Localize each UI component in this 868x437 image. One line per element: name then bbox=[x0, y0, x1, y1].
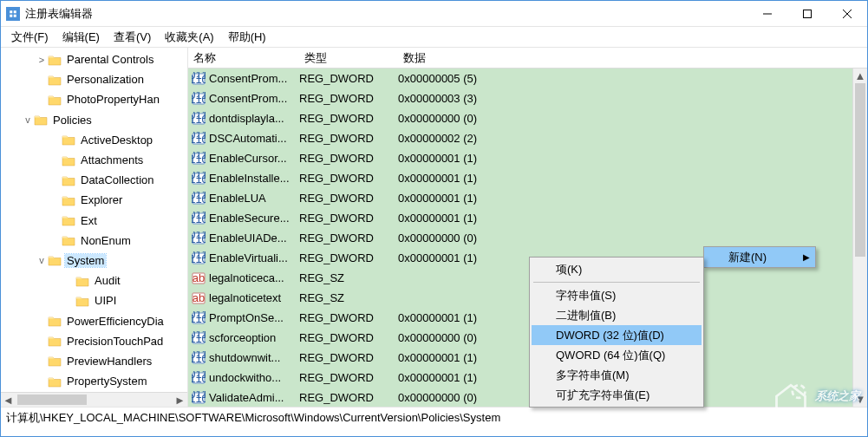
menu-view[interactable]: 查看(V) bbox=[107, 28, 158, 47]
tree-item[interactable]: Attachments bbox=[1, 150, 187, 170]
tree-item[interactable]: UIPI bbox=[1, 290, 187, 310]
tree-item[interactable]: PhotoPropertyHan bbox=[1, 89, 187, 109]
binary-value-icon: 011110 bbox=[190, 371, 207, 385]
folder-icon bbox=[62, 234, 75, 246]
list-body[interactable]: 011110ConsentProm...REG_DWORD0x00000005 … bbox=[188, 68, 867, 407]
value-type: REG_DWORD bbox=[299, 72, 398, 85]
scroll-up-icon[interactable]: ▲ bbox=[853, 68, 867, 83]
menu-favorites[interactable]: 收藏夹(A) bbox=[158, 28, 220, 47]
tree-item[interactable]: NonEnum bbox=[1, 231, 187, 251]
value-type: REG_SZ bbox=[299, 271, 398, 284]
scroll-right-icon[interactable]: ► bbox=[173, 393, 187, 407]
value-data: 0x00000000 (0) bbox=[398, 232, 867, 245]
folder-icon bbox=[62, 214, 75, 226]
value-row[interactable]: 011110EnableCursor...REG_DWORD0x00000001… bbox=[188, 148, 867, 168]
tree-label: PreviewHandlers bbox=[67, 355, 152, 368]
value-row[interactable]: ablegalnoticetextREG_SZ bbox=[188, 288, 867, 308]
svg-text:110: 110 bbox=[192, 93, 206, 106]
value-row[interactable]: 011110ValidateAdmi...REG_DWORD0x00000000… bbox=[188, 388, 867, 407]
tree-item[interactable]: DataCollection bbox=[1, 170, 187, 190]
minimize-button[interactable] bbox=[747, 1, 787, 27]
scroll-thumb[interactable] bbox=[17, 395, 87, 405]
value-row[interactable]: 011110undockwitho...REG_DWORD0x00000001 … bbox=[188, 368, 867, 388]
expand-icon[interactable]: v bbox=[36, 255, 48, 265]
tree-item[interactable]: Ext bbox=[1, 211, 187, 231]
folder-icon bbox=[48, 355, 62, 367]
context-item-label: DWORD (32 位)值(D) bbox=[556, 328, 664, 343]
binary-value-icon: 011110 bbox=[190, 251, 207, 265]
watermark-icon bbox=[772, 377, 810, 415]
col-header-name[interactable]: 名称 bbox=[188, 48, 299, 68]
context-item[interactable]: 字符串值(S) bbox=[532, 285, 702, 305]
context-item[interactable]: 可扩充字符串值(E) bbox=[532, 385, 702, 405]
value-row[interactable]: 011110DSCAutomati...REG_DWORD0x00000002 … bbox=[188, 128, 867, 148]
context-item[interactable]: 二进制值(B) bbox=[532, 305, 702, 325]
value-type: REG_DWORD bbox=[299, 172, 398, 185]
binary-value-icon: 011110 bbox=[190, 311, 207, 325]
tree-label: Personalization bbox=[67, 73, 144, 86]
value-row[interactable]: 011110EnableInstalle...REG_DWORD0x000000… bbox=[188, 168, 867, 188]
tree-item[interactable]: PreviewHandlers bbox=[1, 351, 187, 371]
value-row[interactable]: 011110EnableSecure...REG_DWORD0x00000001… bbox=[188, 208, 867, 228]
tree-label: Explorer bbox=[81, 193, 122, 206]
folder-icon bbox=[62, 134, 75, 146]
value-type: REG_DWORD bbox=[299, 212, 398, 225]
scroll-left-icon[interactable]: ◄ bbox=[1, 393, 16, 407]
maximize-button[interactable] bbox=[787, 1, 827, 27]
app-icon bbox=[6, 7, 20, 21]
scroll-track[interactable] bbox=[16, 393, 173, 407]
tree-item[interactable]: Explorer bbox=[1, 190, 187, 210]
context-item[interactable]: 项(K) bbox=[532, 259, 702, 279]
value-name: ConsentProm... bbox=[209, 72, 299, 85]
context-item-new[interactable]: 新建(N) ▶ bbox=[704, 247, 815, 267]
list-v-scrollbar[interactable]: ▲ ▼ bbox=[852, 68, 867, 407]
value-name: PromptOnSe... bbox=[209, 311, 299, 324]
context-item-label: 二进制值(B) bbox=[556, 308, 616, 323]
value-row[interactable]: 011110ConsentProm...REG_DWORD0x00000005 … bbox=[188, 68, 867, 88]
v-scroll-track[interactable] bbox=[853, 83, 867, 392]
value-row[interactable]: ablegalnoticeca...REG_SZ bbox=[188, 268, 867, 288]
tree-item[interactable]: >Parental Controls bbox=[1, 49, 187, 69]
value-name: legalnoticetext bbox=[209, 291, 299, 304]
col-header-data[interactable]: 数据 bbox=[398, 48, 867, 68]
svg-text:110: 110 bbox=[192, 113, 206, 126]
value-type: REG_DWORD bbox=[299, 311, 398, 324]
menu-edit[interactable]: 编辑(E) bbox=[55, 28, 107, 47]
binary-value-icon: 011110 bbox=[190, 112, 207, 126]
folder-icon bbox=[48, 254, 62, 266]
tree-item[interactable]: vSystem bbox=[1, 251, 187, 271]
tree-item[interactable]: PowerEfficiencyDia bbox=[1, 310, 187, 330]
value-name: ConsentProm... bbox=[209, 92, 299, 105]
tree-label: Parental Controls bbox=[67, 53, 153, 66]
tree-item[interactable]: PropertySystem bbox=[1, 371, 187, 391]
value-row[interactable]: 011110scforceoptionREG_DWORD0x00000000 (… bbox=[188, 328, 867, 348]
tree-item[interactable]: Audit bbox=[1, 271, 187, 290]
tree-list[interactable]: >Parental ControlsPersonalizationPhotoPr… bbox=[1, 48, 187, 391]
v-scroll-thumb[interactable] bbox=[855, 83, 865, 257]
expand-icon[interactable]: > bbox=[36, 55, 48, 65]
tree-h-scrollbar[interactable]: ◄ ► bbox=[1, 392, 187, 407]
value-row[interactable]: 011110dontdisplayla...REG_DWORD0x0000000… bbox=[188, 108, 867, 128]
svg-rect-2 bbox=[14, 10, 16, 13]
value-row[interactable]: 011110EnableLUAREG_DWORD0x00000001 (1) bbox=[188, 188, 867, 208]
menu-separator bbox=[533, 282, 700, 283]
tree-item[interactable]: vPolicies bbox=[1, 110, 187, 130]
tree-item[interactable]: ActiveDesktop bbox=[1, 130, 187, 150]
context-item[interactable]: 多字符串值(M) bbox=[532, 365, 702, 385]
context-item[interactable]: QWORD (64 位)值(Q) bbox=[532, 345, 702, 365]
value-row[interactable]: 011110shutdownwit...REG_DWORD0x00000001 … bbox=[188, 348, 867, 368]
context-item[interactable]: DWORD (32 位)值(D) bbox=[532, 325, 702, 345]
tree-item[interactable]: Personalization bbox=[1, 69, 187, 89]
menu-help[interactable]: 帮助(H) bbox=[221, 28, 273, 47]
tree-label: DataCollection bbox=[81, 173, 154, 186]
binary-value-icon: 011110 bbox=[190, 331, 207, 345]
value-row[interactable]: 011110PromptOnSe...REG_DWORD0x00000001 (… bbox=[188, 308, 867, 328]
close-button[interactable] bbox=[827, 1, 867, 27]
value-row[interactable]: 011110EnableUIADe...REG_DWORD0x00000000 … bbox=[188, 228, 867, 248]
value-row[interactable]: 011110ConsentProm...REG_DWORD0x00000003 … bbox=[188, 88, 867, 108]
tree-item[interactable]: PrecisionTouchPad bbox=[1, 331, 187, 351]
menu-file[interactable]: 文件(F) bbox=[4, 28, 55, 47]
folder-icon bbox=[75, 295, 89, 307]
expand-icon[interactable]: v bbox=[22, 114, 34, 125]
col-header-type[interactable]: 类型 bbox=[299, 48, 398, 68]
